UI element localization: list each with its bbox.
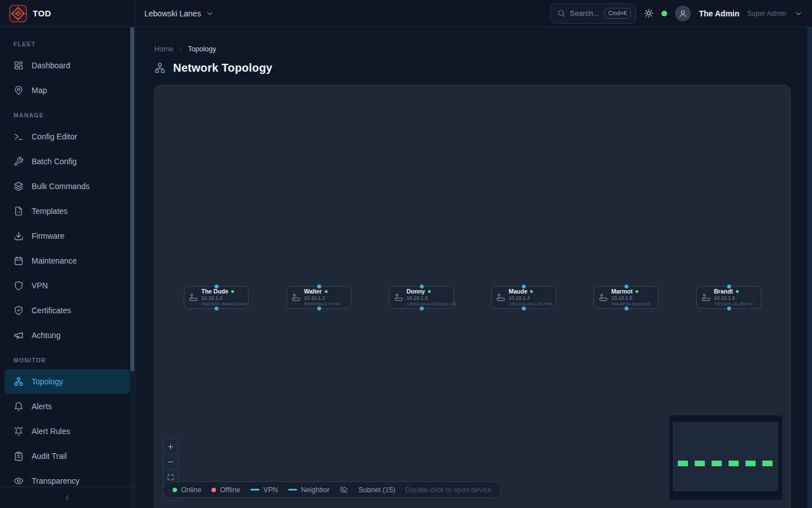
topology-node-walter[interactable]: Walter10.10.1.2RB5009UG+S+IN <box>286 286 351 309</box>
node-handle-top[interactable] <box>214 284 218 288</box>
legend-vpn: VPN <box>250 486 278 494</box>
sidebar-item-alert-rules[interactable]: Alert Rules <box>5 419 130 444</box>
legend-neighbor: Neighbor <box>288 486 330 494</box>
sidebar-item-alerts[interactable]: Alerts <box>5 394 130 419</box>
topology-canvas[interactable]: The Dude10.10.1.1RBD53iG-5HacD2HnDWalter… <box>154 85 791 508</box>
node-model: C52iG-5HaxD2HaxD-US <box>407 301 449 307</box>
router-icon <box>496 293 505 302</box>
minimap-viewport <box>673 422 778 491</box>
node-handle-bottom[interactable] <box>214 306 218 310</box>
node-handle-bottom[interactable] <box>727 306 731 310</box>
sidebar-item-certificates[interactable]: Certificates <box>5 298 130 323</box>
node-handle-top[interactable] <box>317 284 321 288</box>
sidebar-item-label: Dashboard <box>32 61 70 70</box>
online-dot-icon <box>173 488 177 492</box>
wrench-icon <box>14 156 24 167</box>
fit-view-icon <box>167 474 174 481</box>
sidebar-item-dashboard[interactable]: Dashboard <box>5 53 130 78</box>
search-icon <box>557 9 566 17</box>
eye-off-icon <box>339 485 348 494</box>
node-name: Walter <box>304 288 322 295</box>
topology-node-donny[interactable]: Donny10.10.1.3C52iG-5HaxD2HaxD-US <box>389 286 454 309</box>
sidebar-item-firmware[interactable]: Firmware <box>5 224 130 248</box>
eye-icon <box>14 476 24 486</box>
breadcrumb-home[interactable]: Home <box>155 45 173 53</box>
minimap-node <box>712 461 722 466</box>
sidebar-item-topology[interactable]: Topology <box>5 369 130 394</box>
router-icon <box>701 293 710 302</box>
topology-node-marmot[interactable]: Marmot10.10.1.5RBcAPGi-5acD2nD <box>594 286 659 309</box>
node-status-dot <box>736 290 739 293</box>
sidebar: TOD FLEETDashboardMapMANAGEConfig Editor… <box>0 0 135 508</box>
minus-icon <box>167 458 174 466</box>
download-icon <box>14 231 24 241</box>
node-status-dot <box>231 290 234 293</box>
sun-icon <box>644 8 654 18</box>
minimap[interactable] <box>669 415 782 500</box>
router-icon <box>394 293 403 302</box>
plus-icon <box>167 443 174 450</box>
chevron-down-icon <box>794 9 803 18</box>
user-name: The Admin <box>699 9 739 18</box>
node-handle-top[interactable] <box>420 284 423 288</box>
sidebar-item-label: Firmware <box>32 231 64 240</box>
sidebar-item-vpn[interactable]: VPN <box>5 273 130 298</box>
calendar-icon <box>14 256 24 266</box>
node-handle-bottom[interactable] <box>522 306 526 310</box>
page-scrollbar[interactable] <box>807 27 812 508</box>
sidebar-item-maintenance[interactable]: Maintenance <box>5 248 130 273</box>
topology-node-maude[interactable]: Maude10.10.1.4CRS326-24G-2S+RM <box>491 286 556 309</box>
sidebar-item-templates[interactable]: Templates <box>5 199 130 224</box>
connection-status-dot <box>661 11 667 16</box>
zoom-out-button[interactable] <box>164 454 178 470</box>
sidebar-nav: FLEETDashboardMapMANAGEConfig EditorBatc… <box>0 27 135 487</box>
node-handle-top[interactable] <box>624 284 628 288</box>
sidebar-scrollbar-thumb[interactable] <box>130 27 134 371</box>
user-menu-button[interactable] <box>794 9 803 18</box>
node-ip: 10.10.1.4 <box>509 295 551 301</box>
legend-offline: Offline <box>211 486 240 494</box>
node-model: RBcAPGi-5acD2nD <box>611 301 651 307</box>
sidebar-scrollbar[interactable] <box>130 27 134 508</box>
search-input[interactable] <box>570 9 600 17</box>
terminal-icon <box>14 132 24 142</box>
theme-toggle-button[interactable] <box>644 8 654 18</box>
sidebar-header: TOD <box>0 0 135 27</box>
tenant-switcher[interactable]: Lebowski Lanes <box>144 9 214 18</box>
node-ip: 10.10.1.2 <box>304 295 340 301</box>
minimap-node <box>745 461 756 466</box>
sidebar-item-map[interactable]: Map <box>5 78 130 103</box>
router-icon <box>599 293 608 302</box>
chevron-left-icon <box>63 493 72 502</box>
legend-online: Online <box>173 486 201 494</box>
node-handle-bottom[interactable] <box>420 306 423 310</box>
node-model: CRS326-24G-2S+RM <box>509 301 551 307</box>
topology-node-brandt[interactable]: Brandt10.10.1.6CRS309-1G-8S+IN <box>696 286 761 309</box>
node-handle-top[interactable] <box>522 284 526 288</box>
node-handle-bottom[interactable] <box>624 306 628 310</box>
sidebar-collapse-button[interactable] <box>0 487 135 508</box>
sidebar-item-config-editor[interactable]: Config Editor <box>5 124 130 149</box>
sidebar-item-audit-trail[interactable]: Audit Trail <box>5 444 130 468</box>
sidebar-item-label: Transparency <box>32 476 80 485</box>
megaphone-icon <box>14 330 24 340</box>
node-handle-bottom[interactable] <box>317 306 321 310</box>
sidebar-item-batch-config[interactable]: Batch Config <box>5 149 130 174</box>
zoom-in-button[interactable] <box>164 439 178 454</box>
node-handle-top[interactable] <box>727 284 731 288</box>
tenant-name: Lebowski Lanes <box>144 9 201 18</box>
sidebar-item-achtung[interactable]: Achtung <box>5 323 130 348</box>
node-ip: 10.10.1.1 <box>201 295 244 301</box>
node-model: RB5009UG+S+IN <box>304 301 340 307</box>
minimap-node <box>695 461 705 466</box>
toggle-visibility-button[interactable] <box>339 485 348 494</box>
sidebar-item-transparency[interactable]: Transparency <box>5 468 130 487</box>
sidebar-section-label: MANAGE <box>0 103 135 124</box>
router-icon <box>189 293 198 302</box>
topology-node-the-dude[interactable]: The Dude10.10.1.1RBD53iG-5HacD2HnD <box>184 286 249 309</box>
node-status-dot <box>636 290 638 293</box>
breadcrumb-current: Topology <box>188 45 216 53</box>
sidebar-item-bulk-commands[interactable]: Bulk Commands <box>5 174 130 199</box>
search-box[interactable]: Cmd+K <box>550 3 636 24</box>
avatar[interactable] <box>675 6 691 21</box>
